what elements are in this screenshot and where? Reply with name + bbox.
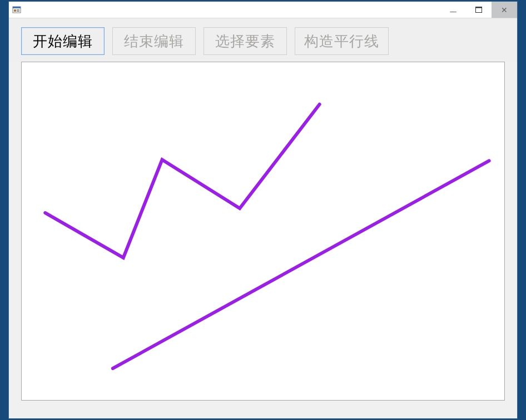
button-label: 选择要素 <box>215 32 275 51</box>
end-edit-button: 结束编辑 <box>112 27 196 55</box>
button-label: 结束编辑 <box>124 32 184 51</box>
button-label: 构造平行线 <box>304 32 379 51</box>
titlebar-left <box>12 6 24 14</box>
close-button[interactable]: ✕ <box>492 2 517 18</box>
window-controls: _ ✕ <box>440 2 517 18</box>
desktop-background: _ ✕ 开始编辑 结束编辑 选择要素 构造平行线 <box>0 0 526 420</box>
toolbar: 开始编辑 结束编辑 选择要素 构造平行线 <box>9 18 517 62</box>
polyline-shape <box>45 104 319 258</box>
svg-rect-6 <box>476 7 482 8</box>
maximize-button[interactable] <box>466 2 492 18</box>
app-window: _ ✕ 开始编辑 结束编辑 选择要素 构造平行线 <box>8 1 518 419</box>
construct-parallel-button: 构造平行线 <box>295 27 389 55</box>
canvas-svg <box>22 62 504 400</box>
svg-rect-1 <box>13 7 21 8</box>
start-edit-button[interactable]: 开始编辑 <box>21 27 105 55</box>
app-icon <box>12 6 21 14</box>
svg-rect-4 <box>17 11 19 12</box>
minimize-button[interactable]: _ <box>440 2 466 18</box>
window-titlebar[interactable]: _ ✕ <box>9 2 517 18</box>
select-feature-button: 选择要素 <box>204 27 287 55</box>
button-label: 开始编辑 <box>33 32 93 51</box>
svg-rect-3 <box>17 9 19 11</box>
drawing-canvas[interactable] <box>21 62 505 401</box>
svg-rect-2 <box>14 9 16 12</box>
parallel-line-shape <box>113 161 489 368</box>
